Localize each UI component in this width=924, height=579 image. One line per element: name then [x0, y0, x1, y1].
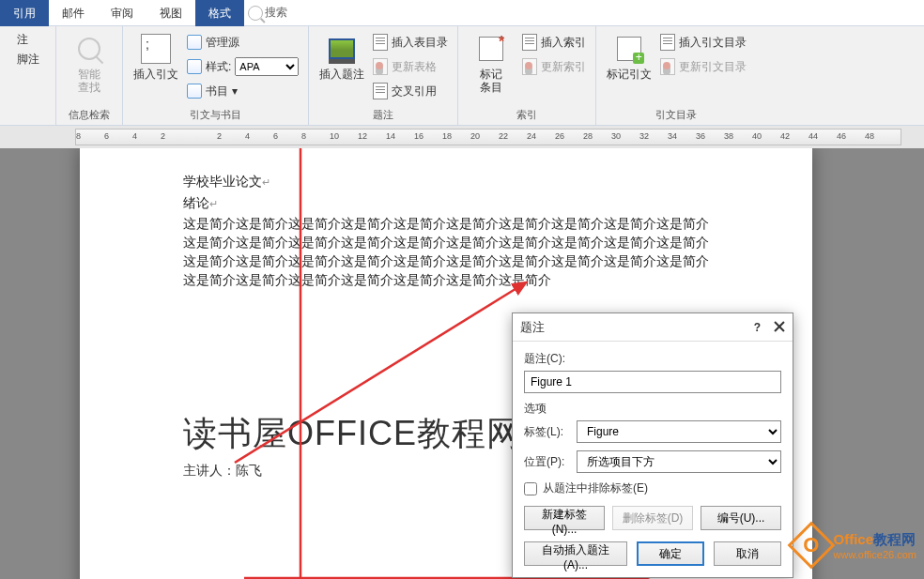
cross-reference-button[interactable]: 交叉引用	[373, 81, 448, 101]
auto-caption-button[interactable]: 自动插入题注(A)...	[524, 541, 627, 566]
label-field-label: 标签(L):	[524, 424, 571, 440]
manage-sources-icon	[187, 35, 202, 50]
group-captions-title: 题注	[373, 108, 393, 122]
group-toa-title: 引文目录	[655, 108, 697, 122]
caption-input[interactable]	[524, 371, 781, 393]
caption-dialog: 题注 ? 题注(C): 选项 标签(L): Figure 位置(P): 所选项目…	[512, 312, 793, 578]
insert-caption-button[interactable]: 插入题注	[318, 32, 365, 103]
dialog-titlebar[interactable]: 题注 ?	[513, 313, 793, 342]
mark-entry-button[interactable]: 标记 条目	[468, 32, 515, 103]
tab-references[interactable]: 引用	[0, 0, 49, 26]
ruler-area: 8642246810121416182022242628303234363840…	[0, 126, 924, 148]
footnote-label[interactable]: 脚注	[17, 52, 39, 68]
group-footnotes-left: 注 脚注	[0, 26, 56, 125]
tab-view[interactable]: 视图	[146, 0, 195, 26]
insert-toa-icon	[660, 34, 675, 51]
dialog-close-button[interactable]	[774, 321, 785, 332]
insert-citation-icon	[141, 34, 171, 64]
style-icon	[187, 59, 202, 74]
style-selector[interactable]: 样式:APA	[187, 56, 299, 77]
update-table-button[interactable]: 更新表格	[373, 56, 448, 77]
group-captions: 插入题注 插入表目录 更新表格 交叉引用 题注	[309, 26, 458, 125]
manage-sources-button[interactable]: 管理源	[187, 32, 299, 53]
bibliography-button[interactable]: 书目 ▾	[187, 81, 299, 101]
exclude-label-checkbox[interactable]	[524, 482, 537, 495]
bibliography-icon	[187, 84, 202, 99]
exclude-label-text: 从题注中排除标签(E)	[543, 480, 648, 496]
doc-line-1: 学校毕业论文	[183, 171, 709, 192]
label-select[interactable]: Figure	[577, 420, 781, 443]
group-research: 智能 查找 信息检索	[56, 26, 123, 125]
search-placeholder: 搜索	[265, 5, 287, 21]
dialog-help-button[interactable]: ?	[754, 321, 761, 334]
position-field-label: 位置(P):	[524, 454, 571, 470]
watermark-icon: O	[787, 522, 835, 570]
tab-format[interactable]: 格式	[195, 0, 244, 26]
update-toa-icon	[660, 58, 675, 75]
note-label[interactable]: 注	[17, 32, 28, 48]
cancel-button[interactable]: 取消	[714, 541, 781, 566]
group-toa: 标记引文 插入引文目录 更新引文目录 引文目录	[596, 26, 756, 125]
watermark-url: www.office26.com	[834, 549, 916, 560]
group-citations: 插入引文 管理源 样式:APA 书目 ▾ 引文与书目	[123, 26, 309, 125]
ribbon: 注 脚注 智能 查找 信息检索 插入引文 管理源 样式:APA 书目 ▾ 引文与…	[0, 26, 924, 126]
update-toa-button[interactable]: 更新引文目录	[660, 56, 747, 77]
tab-review[interactable]: 审阅	[98, 0, 146, 26]
search-icon	[248, 6, 263, 21]
group-index-title: 索引	[516, 108, 537, 122]
delete-label-button[interactable]: 删除标签(D)	[612, 506, 693, 530]
watermark-title: Office教程网	[834, 531, 916, 549]
tell-me-search[interactable]: 搜索	[248, 5, 287, 21]
insert-tof-button[interactable]: 插入表目录	[373, 32, 448, 53]
ribbon-tabs: 引用 邮件 审阅 视图 格式 搜索	[0, 0, 924, 26]
document-area: 学校毕业论文 绪论 这是简介这是简介这是简介这是简介这是简介这是简介这是简介这是…	[0, 148, 924, 579]
tab-mail[interactable]: 邮件	[49, 0, 98, 26]
insert-index-icon	[522, 34, 537, 51]
insert-citation-button[interactable]: 插入引文	[132, 32, 179, 103]
ok-button[interactable]: 确定	[637, 541, 704, 566]
dialog-title-text: 题注	[520, 319, 545, 336]
position-select[interactable]: 所选项目下方	[577, 450, 781, 473]
update-table-icon	[373, 58, 388, 75]
smart-lookup-button[interactable]: 智能 查找	[66, 32, 113, 103]
insert-toa-button[interactable]: 插入引文目录	[660, 32, 747, 53]
insert-index-button[interactable]: 插入索引	[522, 32, 586, 53]
insert-tof-icon	[373, 34, 388, 51]
smart-lookup-icon	[74, 34, 104, 64]
options-section-label: 选项	[524, 401, 781, 417]
style-select[interactable]: APA	[235, 57, 299, 76]
new-label-button[interactable]: 新建标签(N)...	[524, 506, 605, 530]
numbering-button[interactable]: 编号(U)...	[701, 506, 781, 530]
insert-caption-icon	[327, 34, 357, 64]
watermark: O Office教程网 www.office26.com	[794, 528, 916, 562]
caption-field-label: 题注(C):	[524, 351, 781, 367]
group-citations-title: 引文与书目	[190, 108, 241, 122]
cross-reference-icon	[373, 83, 388, 99]
mark-entry-icon	[476, 34, 506, 64]
update-index-icon	[522, 58, 537, 75]
group-index: 标记 条目 插入索引 更新索引 索引	[458, 26, 596, 125]
group-research-title: 信息检索	[69, 108, 110, 122]
doc-line-2: 绪论	[183, 192, 709, 214]
horizontal-ruler[interactable]: 8642246810121416182022242628303234363840…	[75, 129, 901, 145]
mark-citation-icon	[614, 34, 644, 64]
mark-citation-button[interactable]: 标记引文	[606, 32, 653, 103]
doc-paragraph: 这是简介这是简介这是简介这是简介这是简介这是简介这是简介这是简介这是简介这是简介…	[183, 214, 709, 289]
update-index-button[interactable]: 更新索引	[522, 56, 586, 77]
